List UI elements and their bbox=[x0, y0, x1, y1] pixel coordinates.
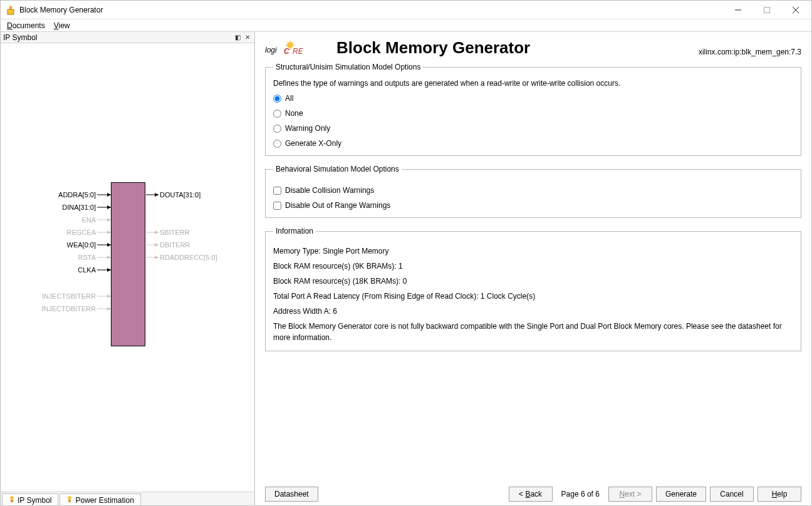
menu-view[interactable]: View bbox=[54, 21, 70, 30]
port-douta: DOUTA[31:0] bbox=[160, 191, 200, 199]
port-sbiterr: SBITERR bbox=[160, 229, 190, 236]
svg-line-44 bbox=[293, 41, 294, 43]
menu-documents[interactable]: Documents bbox=[7, 21, 45, 30]
svg-text:logi: logi bbox=[265, 46, 277, 54]
svg-rect-34 bbox=[11, 500, 13, 502]
radio-all[interactable]: All bbox=[273, 94, 793, 103]
svg-text:RE: RE bbox=[293, 47, 304, 56]
close-button[interactable] bbox=[781, 1, 810, 19]
port-rsta: RSTA bbox=[44, 254, 96, 261]
radio-none[interactable]: None bbox=[273, 109, 793, 118]
svg-rect-4 bbox=[764, 7, 770, 13]
port-injectsbiterr: INJECTSBITERR bbox=[32, 292, 96, 300]
ip-identifier: xilinx.com:ip:blk_mem_gen:7.3 bbox=[699, 48, 801, 56]
info-bram-18k: Block RAM resource(s) (18K BRAMs): 0 bbox=[273, 276, 793, 287]
port-addra: ADDRA[5:0] bbox=[44, 191, 96, 199]
titlebar: Block Memory Generator bbox=[1, 1, 811, 19]
structural-sim-desc: Defines the type of warnings and outputs… bbox=[273, 79, 793, 88]
group-information-legend: Information bbox=[273, 227, 316, 235]
info-addr-width: Address Width A: 6 bbox=[273, 306, 793, 317]
port-clka: CLKA bbox=[44, 266, 96, 274]
cancel-button[interactable]: Cancel bbox=[710, 487, 754, 502]
bulb-icon bbox=[66, 495, 73, 505]
maximize-button[interactable] bbox=[752, 1, 781, 19]
group-information: Information Memory Type: Single Port Mem… bbox=[265, 227, 801, 351]
help-button[interactable]: Help bbox=[757, 487, 801, 502]
close-pane-icon[interactable]: ✕ bbox=[243, 33, 252, 42]
svg-marker-32 bbox=[155, 256, 159, 259]
tab-ip-symbol[interactable]: IP Symbol bbox=[2, 493, 58, 505]
svg-rect-1 bbox=[8, 9, 14, 14]
group-behavioral-sim-legend: Behavioral Simulation Model Options bbox=[273, 165, 402, 173]
next-button: Next > bbox=[608, 487, 652, 502]
svg-point-2 bbox=[9, 6, 12, 9]
radio-generate-x-only[interactable]: Generate X-Only bbox=[273, 139, 793, 148]
port-dina: DINA[31:0] bbox=[44, 204, 96, 211]
ip-block-rect bbox=[111, 182, 145, 346]
check-disable-collision[interactable]: Disable Collision Warnings bbox=[273, 186, 793, 195]
tab-ip-symbol-label: IP Symbol bbox=[18, 496, 51, 505]
svg-marker-28 bbox=[155, 230, 159, 234]
ip-symbol-pane-header: IP Symbol ◧ ✕ bbox=[1, 32, 254, 43]
tab-power-estimation[interactable]: Power Estimation bbox=[60, 493, 140, 505]
group-behavioral-sim: Behavioral Simulation Model Options Disa… bbox=[265, 165, 801, 218]
port-wea: WEA[0:0] bbox=[44, 241, 96, 249]
port-rdaddrecc: RDADDRECC[5:0] bbox=[160, 254, 217, 261]
svg-rect-36 bbox=[68, 500, 71, 502]
window-title: Block Memory Generator bbox=[19, 6, 103, 14]
svg-marker-30 bbox=[155, 243, 159, 247]
ip-symbol-canvas[interactable]: ADDRA[5:0] DINA[31:0] ENA REGCEA WEA[0:0… bbox=[1, 43, 254, 492]
datasheet-button[interactable]: Datasheet bbox=[265, 487, 318, 502]
page-title: Block Memory Generator bbox=[336, 38, 530, 58]
svg-marker-26 bbox=[155, 193, 159, 197]
info-latency: Total Port A Read Latency (From Rising E… bbox=[273, 291, 793, 302]
info-memory-type: Memory Type: Single Port Memory bbox=[273, 245, 793, 257]
info-bram-9k: Block RAM resource(s) (9K BRAMs): 1 bbox=[273, 261, 793, 272]
page-indicator: Page 6 of 6 bbox=[556, 490, 605, 498]
svg-point-35 bbox=[68, 496, 71, 500]
generate-button[interactable]: Generate bbox=[656, 487, 706, 502]
port-ena: ENA bbox=[44, 216, 96, 224]
tab-power-estimation-label: Power Estimation bbox=[75, 496, 133, 505]
svg-point-33 bbox=[10, 496, 14, 500]
group-structural-sim-legend: Structural/Unisim Simulation Model Optio… bbox=[273, 63, 423, 71]
minimize-button[interactable] bbox=[724, 1, 752, 19]
config-pane: logi C RE Block Memory Generator xilinx.… bbox=[255, 32, 811, 505]
check-disable-range[interactable]: Disable Out of Range Warnings bbox=[273, 201, 793, 210]
group-structural-sim: Structural/Unisim Simulation Model Optio… bbox=[265, 63, 801, 156]
left-pane-tabs: IP Symbol Power Estimation bbox=[1, 492, 254, 505]
back-button[interactable]: < Back bbox=[509, 487, 553, 502]
radio-warning-only[interactable]: Warning Only bbox=[273, 124, 793, 133]
wizard-footer: Datasheet < Back Page 6 of 6 Next > Gene… bbox=[265, 482, 801, 502]
port-injectdbiterr: INJECTDBITERR bbox=[32, 305, 96, 312]
svg-line-43 bbox=[286, 41, 288, 43]
ip-symbol-pane: IP Symbol ◧ ✕ ADDRA[5:0] DINA[31:0] ENA … bbox=[1, 32, 255, 505]
svg-text:C: C bbox=[284, 47, 289, 56]
pane-header-title: IP Symbol bbox=[3, 33, 232, 42]
info-compat-note: The Block Memory Generator core is not f… bbox=[273, 321, 793, 343]
logicore-logo: logi C RE bbox=[265, 40, 316, 58]
port-dbiterr: DBITERR bbox=[160, 241, 190, 249]
menubar: Documents View bbox=[1, 19, 811, 32]
undock-icon[interactable]: ◧ bbox=[233, 33, 242, 42]
port-regcea: REGCEA bbox=[44, 229, 96, 236]
app-icon bbox=[6, 5, 16, 15]
bulb-icon bbox=[9, 495, 15, 505]
